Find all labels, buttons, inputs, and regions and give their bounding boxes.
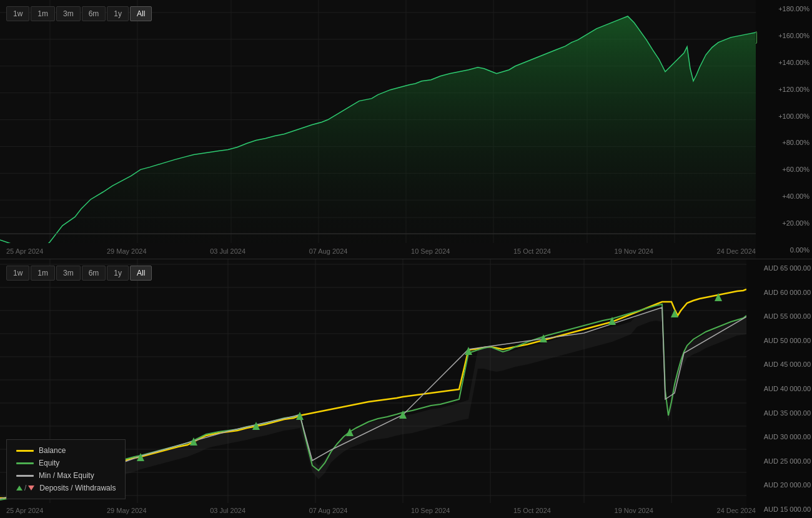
y-label-3: +120.00% [758,86,810,93]
bottom-btn-1m[interactable]: 1m [31,266,55,281]
y-bottom-8: AUD 25 000.00 [748,457,811,465]
y-label-6: +60.00% [758,166,810,173]
top-btn-1y[interactable]: 1y [107,6,129,21]
y-bottom-6: AUD 35 000.00 [748,409,811,417]
bottom-btn-1y[interactable]: 1y [107,266,129,281]
top-x-axis: 25 Apr 2024 29 May 2024 03 Jul 2024 07 A… [6,247,756,255]
y-bottom-1: AUD 60 000.00 [748,289,811,296]
arrows-icon: / [16,484,34,492]
equity-line-icon [16,462,34,464]
y-bottom-7: AUD 30 000.00 [748,433,811,441]
y-label-5: +80.00% [758,139,810,146]
bottom-x-axis: 25 Apr 2024 29 May 2024 03 Jul 2024 07 A… [6,507,756,514]
y-label-8: +20.00% [758,219,810,227]
legend-equity: Equity [16,459,116,467]
deposits-label: Deposits / Withdrawals [39,484,116,492]
legend-minmax: Min / Max Equity [16,471,116,480]
legend-deposits: / Deposits / Withdrawals [16,484,116,492]
chart-container: 1w 1m 3m 6m 1y All All +151.05% Max +154… [0,0,812,518]
top-chart: 1w 1m 3m 6m 1y All All +151.05% Max +154… [0,0,812,259]
top-btn-3m[interactable]: 3m [56,6,81,21]
y-label-7: +40.00% [758,192,810,200]
y-label-9: 0.00% [758,246,810,254]
bottom-time-buttons: 1w 1m 3m 6m 1y All [6,266,152,281]
y-bottom-10: AUD 15 000.00 [748,506,811,513]
top-btn-1m[interactable]: 1m [31,6,55,21]
y-bottom-5: AUD 40 000.00 [748,385,811,392]
top-y-axis: +180.00% +160.00% +140.00% +120.00% +100… [758,0,810,259]
y-bottom-9: AUD 20 000.00 [748,481,811,489]
bottom-btn-6m[interactable]: 6m [82,266,106,281]
y-bottom-2: AUD 55 000.00 [748,312,811,320]
deposit-arrow-icon [16,486,22,491]
y-label-1: +160.00% [758,32,810,39]
balance-label: Balance [39,446,66,455]
legend-balance: Balance [16,446,116,455]
y-label-4: +100.00% [758,112,810,120]
withdrawal-arrow-icon [28,486,34,491]
y-bottom-0: AUD 65 000.00 [748,264,811,272]
bottom-y-axis: AUD 65 000.00 AUD 60 000.00 AUD 55 000.0… [748,259,811,518]
y-label-0: +180.00% [758,5,810,12]
top-btn-1w[interactable]: 1w [6,6,29,21]
bottom-btn-3m[interactable]: 3m [56,266,81,281]
equity-label: Equity [39,459,59,467]
top-chart-svg [0,0,756,259]
bottom-btn-all[interactable]: All [130,266,152,281]
minmax-label: Min / Max Equity [39,471,94,480]
bottom-chart: 1w 1m 3m 6m 1y All [0,259,812,518]
top-btn-6m[interactable]: 6m [82,6,106,21]
y-bottom-4: AUD 45 000.00 [748,361,811,368]
y-bottom-3: AUD 50 000.00 [748,337,811,344]
bottom-btn-1w[interactable]: 1w [6,266,29,281]
chart-legend: Balance Equity Min / Max Equity / Deposi… [6,439,126,499]
balance-line-icon [16,450,34,452]
y-label-2: +140.00% [758,59,810,66]
minmax-line-icon [16,475,34,477]
top-time-buttons: 1w 1m 3m 6m 1y All [6,6,152,21]
top-btn-all[interactable]: All [130,6,152,21]
